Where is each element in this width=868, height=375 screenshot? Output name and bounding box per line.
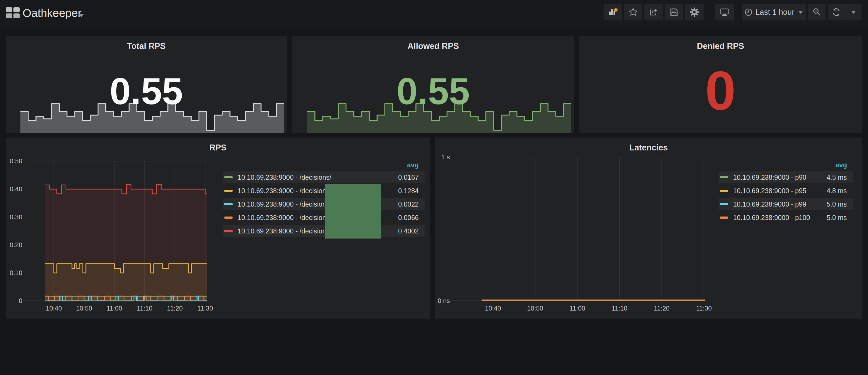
series-color-marker[interactable] bbox=[224, 203, 233, 205]
y-axis-tick: 0 bbox=[6, 297, 22, 305]
panel-latencies: Latencies avg 10.10.69.238:9000 - p904.5… bbox=[435, 137, 862, 319]
apps-grid-icon[interactable] bbox=[6, 7, 19, 19]
green-overlay-box bbox=[324, 184, 381, 239]
series-label[interactable]: 10.10.69.238:9000 - /decisions/ bbox=[238, 174, 393, 181]
refresh-interval-button[interactable] bbox=[845, 4, 862, 21]
y-axis-tick: 0.30 bbox=[6, 213, 22, 221]
refresh-icon bbox=[832, 7, 841, 17]
panel-title[interactable]: Latencies bbox=[435, 143, 862, 153]
zoom-out-button[interactable] bbox=[808, 4, 826, 21]
legend-row[interactable]: 10.10.69.238:9000 - p954.8 ms bbox=[719, 185, 853, 197]
navbar: Oathkeeper bbox=[0, 0, 868, 27]
legend-row[interactable]: 10.10.69.238:9000 - /decisions/0.0167 bbox=[223, 171, 425, 183]
legend-row[interactable]: 10.10.69.238:9000 - /decisions/0.0022 bbox=[223, 198, 425, 210]
share-icon bbox=[649, 7, 658, 17]
share-button[interactable] bbox=[644, 4, 663, 21]
series-avg-value: 0.4002 bbox=[398, 227, 419, 235]
chevron-down-icon bbox=[798, 11, 803, 14]
add-panel-icon bbox=[607, 7, 618, 17]
star-icon bbox=[628, 7, 638, 17]
series-color-marker[interactable] bbox=[224, 230, 233, 232]
legend-row[interactable]: 10.10.69.238:9000 - p1005.0 ms bbox=[719, 212, 853, 223]
legend-row[interactable]: 10.10.69.238:9000 - /decisions/0.0066 bbox=[223, 212, 425, 223]
series-avg-value: 4.5 ms bbox=[827, 174, 847, 181]
series-color-marker[interactable] bbox=[720, 203, 728, 205]
zoom-out-icon bbox=[812, 7, 822, 17]
x-axis-tick: 10:50 bbox=[519, 305, 551, 312]
series-color-marker[interactable] bbox=[720, 217, 728, 219]
denied-rps-value: 0 bbox=[579, 63, 862, 118]
monitor-icon bbox=[719, 7, 730, 17]
time-range-picker[interactable]: Last 1 hour bbox=[742, 4, 806, 21]
series-color-marker[interactable] bbox=[224, 217, 233, 219]
panel-denied-rps: Denied RPS 0 bbox=[579, 36, 862, 133]
y-axis-tick: 0 ns bbox=[435, 297, 450, 305]
x-axis-tick: 11:00 bbox=[561, 305, 593, 312]
x-axis-tick: 11:30 bbox=[688, 305, 720, 312]
series-label[interactable]: 10.10.69.238:9000 - p95 bbox=[733, 187, 821, 195]
series-avg-value: 5.0 ms bbox=[827, 200, 847, 208]
legend-avg-header[interactable]: avg bbox=[223, 161, 419, 169]
series-avg-value: 5.0 ms bbox=[827, 214, 847, 222]
series-label[interactable]: 10.10.69.238:9000 - p99 bbox=[733, 200, 821, 208]
x-axis-tick: 10:40 bbox=[477, 305, 509, 312]
panel-title[interactable]: Denied RPS bbox=[579, 41, 862, 51]
save-icon bbox=[669, 7, 679, 17]
y-axis-tick: 0.50 bbox=[6, 157, 22, 165]
x-axis-tick: 10:40 bbox=[38, 305, 70, 312]
save-button[interactable] bbox=[665, 4, 683, 21]
legend-row[interactable]: 10.10.69.238:9000 - p995.0 ms bbox=[719, 198, 853, 210]
series-avg-value: 0.1284 bbox=[398, 187, 419, 195]
series-color-marker[interactable] bbox=[224, 190, 233, 192]
star-button[interactable] bbox=[624, 4, 642, 21]
panel-total-rps: Total RPS 0.55 bbox=[6, 36, 287, 133]
allowed-rps-value: 0.55 bbox=[292, 72, 574, 110]
series-label[interactable]: 10.10.69.238:9000 - p100 bbox=[733, 214, 821, 222]
refresh-button[interactable] bbox=[828, 4, 845, 21]
dashboard-title[interactable]: Oathkeeper bbox=[23, 6, 82, 20]
series-color-marker[interactable] bbox=[720, 176, 728, 178]
x-axis-tick: 10:50 bbox=[68, 305, 100, 312]
x-axis-tick: 11:20 bbox=[159, 305, 191, 312]
series-label[interactable]: 10.10.69.238:9000 - p90 bbox=[733, 174, 821, 181]
add-panel-button[interactable] bbox=[603, 4, 622, 21]
series-avg-value: 0.0066 bbox=[398, 214, 419, 222]
cycle-view-button[interactable] bbox=[715, 4, 734, 21]
y-axis-tick: 1 s bbox=[435, 153, 450, 161]
x-axis-tick: 11:10 bbox=[603, 305, 636, 312]
legend-row[interactable]: 10.10.69.238:9000 - p904.5 ms bbox=[719, 171, 853, 183]
legend-row[interactable]: 10.10.69.238:9000 - /decisions/0.4002 bbox=[223, 225, 425, 237]
x-axis-tick: 11:00 bbox=[98, 305, 131, 312]
series-avg-value: 4.8 ms bbox=[827, 187, 847, 195]
clock-icon bbox=[744, 8, 753, 17]
legend-row[interactable]: 10.10.69.238:9000 - /decisions/0.1284 bbox=[223, 185, 425, 197]
panel-title[interactable]: RPS bbox=[6, 143, 430, 153]
series-avg-value: 0.0167 bbox=[398, 174, 419, 181]
gear-icon bbox=[689, 7, 700, 17]
total-rps-value: 0.55 bbox=[6, 72, 287, 110]
series-color-marker[interactable] bbox=[224, 176, 233, 178]
x-axis-tick: 11:30 bbox=[189, 305, 221, 312]
panel-title[interactable]: Total RPS bbox=[6, 41, 287, 51]
settings-button[interactable] bbox=[685, 4, 704, 21]
y-axis-tick: 0.10 bbox=[6, 269, 22, 277]
x-axis-tick: 11:20 bbox=[646, 305, 678, 312]
latencies-legend: 10.10.69.238:9000 - p904.5 ms10.10.69.23… bbox=[719, 171, 853, 225]
rps-legend: 10.10.69.238:9000 - /decisions/0.016710.… bbox=[223, 171, 425, 239]
time-range-label: Last 1 hour bbox=[755, 8, 794, 17]
chevron-down-icon[interactable] bbox=[79, 14, 84, 17]
chevron-down-icon bbox=[851, 11, 856, 14]
series-avg-value: 0.0022 bbox=[398, 200, 419, 208]
y-axis-tick: 0.40 bbox=[6, 185, 22, 193]
panel-title[interactable]: Allowed RPS bbox=[292, 41, 574, 51]
y-axis-tick: 0.20 bbox=[6, 241, 22, 249]
legend-avg-header[interactable]: avg bbox=[719, 161, 847, 169]
grafana-dashboard: Oathkeeper bbox=[0, 0, 868, 375]
series-color-marker[interactable] bbox=[720, 190, 728, 192]
x-axis-tick: 11:10 bbox=[128, 305, 161, 312]
panel-allowed-rps: Allowed RPS 0.55 bbox=[292, 36, 574, 133]
